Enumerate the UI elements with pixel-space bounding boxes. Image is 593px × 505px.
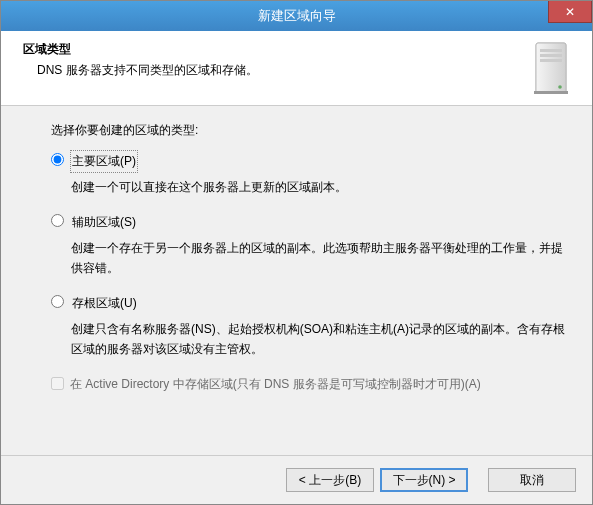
close-button[interactable]: ✕ — [548, 1, 592, 23]
option-stub-zone-label: 存根区域(U) — [70, 292, 139, 314]
store-in-ad-label: 在 Active Directory 中存储区域(只有 DNS 服务器是可写域控… — [70, 374, 481, 394]
server-icon — [532, 41, 574, 95]
svg-point-5 — [558, 85, 562, 89]
header-desc: DNS 服务器支持不同类型的区域和存储。 — [37, 62, 522, 79]
header-title: 区域类型 — [23, 41, 522, 58]
wizard-content: 区域类型 DNS 服务器支持不同类型的区域和存储。 选择你要创建的区域的类型: … — [1, 31, 592, 504]
back-button[interactable]: < 上一步(B) — [286, 468, 374, 492]
title-bar: 新建区域向导 ✕ — [1, 1, 592, 31]
svg-rect-3 — [540, 54, 562, 57]
window-title: 新建区域向导 — [258, 7, 336, 25]
option-stub-zone-desc: 创建只含有名称服务器(NS)、起始授权机构(SOA)和粘连主机(A)记录的区域的… — [71, 319, 572, 360]
option-primary-zone-label: 主要区域(P) — [70, 150, 138, 172]
close-icon: ✕ — [565, 5, 575, 19]
option-primary-zone[interactable]: 主要区域(P) — [51, 150, 572, 172]
svg-rect-4 — [540, 59, 562, 62]
cancel-button[interactable]: 取消 — [488, 468, 576, 492]
option-primary-zone-desc: 创建一个可以直接在这个服务器上更新的区域副本。 — [71, 177, 572, 197]
option-secondary-zone-label: 辅助区域(S) — [70, 211, 138, 233]
radio-primary-zone[interactable] — [51, 153, 64, 166]
radio-stub-zone[interactable] — [51, 295, 64, 308]
next-button[interactable]: 下一步(N) > — [380, 468, 468, 492]
wizard-body: 选择你要创建的区域的类型: 主要区域(P) 创建一个可以直接在这个服务器上更新的… — [1, 106, 592, 455]
wizard-footer: < 上一步(B) 下一步(N) > 取消 — [1, 455, 592, 504]
svg-rect-6 — [534, 91, 568, 94]
header-text: 区域类型 DNS 服务器支持不同类型的区域和存储。 — [23, 41, 522, 79]
wizard-header: 区域类型 DNS 服务器支持不同类型的区域和存储。 — [1, 31, 592, 106]
option-stub-zone[interactable]: 存根区域(U) — [51, 292, 572, 314]
store-in-ad-checkbox — [51, 377, 64, 390]
svg-rect-2 — [540, 49, 562, 52]
zone-type-prompt: 选择你要创建的区域的类型: — [51, 120, 572, 140]
option-secondary-zone[interactable]: 辅助区域(S) — [51, 211, 572, 233]
radio-secondary-zone[interactable] — [51, 214, 64, 227]
option-secondary-zone-desc: 创建一个存在于另一个服务器上的区域的副本。此选项帮助主服务器平衡处理的工作量，并… — [71, 238, 572, 279]
store-in-ad-row: 在 Active Directory 中存储区域(只有 DNS 服务器是可写域控… — [51, 374, 572, 394]
